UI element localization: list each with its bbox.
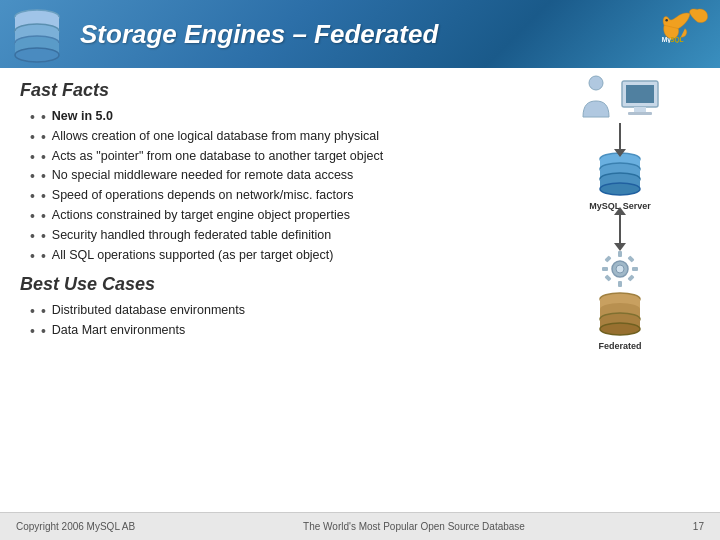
person-computer-group (578, 75, 662, 119)
svg-rect-27 (632, 267, 638, 271)
federated-db-icon (593, 291, 648, 339)
bullet-7: All SQL operations supported (as per tar… (52, 248, 334, 262)
arrow-down-1 (619, 123, 621, 151)
mysql-logo: My SQL (660, 5, 710, 43)
use-bullet-1: Data Mart environments (52, 323, 185, 337)
slide: Storage Engines – Federated My SQL Fast … (0, 0, 720, 540)
bullet-2: Acts as "pointer" from one database to a… (52, 149, 383, 163)
header-title: Storage Engines – Federated (80, 19, 438, 50)
footer: Copyright 2006 MySQL AB The World's Most… (0, 512, 720, 540)
svg-point-10 (589, 76, 603, 90)
header: Storage Engines – Federated My SQL (0, 0, 720, 68)
svg-rect-14 (628, 112, 652, 115)
dolphin-icon: My SQL (660, 5, 710, 43)
svg-rect-29 (627, 255, 634, 262)
arrow-bidirectional (619, 213, 621, 245)
svg-rect-31 (627, 274, 634, 281)
diagram-area: MySQL Server (540, 75, 700, 351)
svg-rect-13 (634, 107, 646, 112)
mysql-server-icon (593, 151, 648, 199)
federated-label: Federated (598, 341, 641, 351)
bullet-3: No special middleware needed for remote … (52, 168, 354, 182)
computer-icon (618, 79, 662, 119)
bullet-4: Speed of operations depends on network/m… (52, 188, 354, 202)
person-icon (578, 75, 614, 119)
header-db-icon (10, 5, 65, 63)
bullet-5: Actions constrained by target engine obj… (52, 208, 350, 222)
svg-point-21 (600, 183, 640, 195)
bullet-6: Security handled through federated table… (52, 228, 331, 242)
svg-rect-30 (604, 274, 611, 281)
svg-text:SQL: SQL (670, 36, 684, 43)
bullet-1: Allows creation of one logical database … (52, 129, 379, 143)
svg-rect-26 (602, 267, 608, 271)
bullet-new50: New in 5.0 (52, 109, 113, 123)
footer-copyright: Copyright 2006 MySQL AB (16, 521, 135, 532)
use-bullet-0: Distributed database environments (52, 303, 245, 317)
svg-rect-24 (618, 251, 622, 257)
footer-page-number: 17 (693, 521, 704, 532)
svg-point-23 (616, 265, 624, 273)
svg-rect-12 (626, 85, 654, 103)
federated-gear-icon (598, 247, 642, 291)
svg-rect-25 (618, 281, 622, 287)
svg-point-6 (15, 48, 59, 62)
svg-point-7 (665, 19, 668, 22)
footer-tagline: The World's Most Popular Open Source Dat… (303, 521, 525, 532)
svg-rect-28 (604, 255, 611, 262)
main-content: Fast Facts • New in 5.0 • Allows creatio… (0, 68, 720, 343)
svg-point-38 (600, 323, 640, 335)
